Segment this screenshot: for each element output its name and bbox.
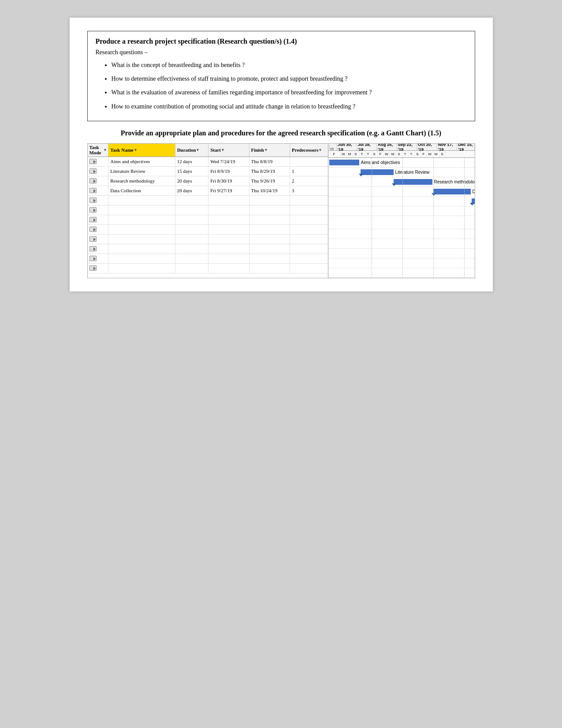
header-finish-label: Finish [251, 147, 264, 153]
cell-mode [88, 176, 109, 186]
day-cell: T [359, 151, 365, 157]
list-item: How to determine effectiveness of staff … [112, 73, 467, 84]
gantt-bar-aims [329, 160, 359, 165]
month-cell: Aug 25, '19 [377, 144, 397, 150]
day-cell: F [328, 151, 341, 157]
cell-pred: 3 [290, 186, 328, 195]
cell-start: Fri 8/30/19 [208, 176, 249, 186]
cell-fin: Thu 8/8/19 [249, 157, 290, 166]
bar-row-empty2 [328, 239, 475, 249]
list-item: What is the concept of breastfeeding and… [112, 60, 467, 71]
header-duration-label: Duration [177, 147, 196, 153]
mode-icon [89, 236, 97, 242]
bar-row-1: Aims and objectives [328, 158, 475, 168]
cell-start: Fri 8/9/19 [208, 167, 249, 176]
table-row-empty4 [88, 225, 328, 235]
mode-icon [89, 265, 97, 271]
timeline-months-row: , '19 Jun 30, '19 Jul 28, '19 Aug 25, '1… [328, 144, 475, 151]
month-cell: Jul 28, '19 [357, 144, 377, 150]
day-cell: W [341, 151, 347, 157]
research-questions-list: What is the concept of breastfeeding and… [96, 60, 467, 112]
gantt-top: Task Mode ▾ Task Name ▾ Duration ▾ Start… [88, 144, 475, 278]
cell-dur: 15 days [175, 167, 209, 176]
month-cell: Dec 15, '19 [457, 144, 474, 150]
list-item: What is the evaluation of awareness of f… [112, 87, 467, 98]
day-cell: S [415, 151, 421, 157]
bar-row-6: Conclusion and Recommendetion [328, 206, 475, 216]
cell-name: Aims and objectives [108, 157, 175, 166]
day-cell: M [390, 151, 396, 157]
section1-intro: Research questions – [96, 49, 467, 56]
name-dropdown[interactable]: ▾ [134, 148, 137, 152]
cell-fin: Thu 9/26/19 [249, 176, 290, 186]
header-duration[interactable]: Duration ▾ [175, 144, 209, 157]
mode-icon [89, 246, 97, 251]
bar-row-5: Data Analysis [328, 197, 475, 206]
header-mode[interactable]: Task Mode ▾ [88, 144, 109, 157]
bar-arrow-dataanl [470, 203, 474, 205]
day-cell: W [427, 151, 433, 157]
table-row: Aims and objectives 12 days Wed 7/24/19 … [88, 157, 328, 167]
cell-dur: 12 days [175, 157, 209, 166]
gantt-right-panel: , '19 Jun 30, '19 Jul 28, '19 Aug 25, '1… [328, 144, 475, 278]
month-cell: , '19 [328, 144, 337, 150]
mode-icon [89, 178, 97, 183]
bar-row-3: Research methodology [328, 177, 475, 187]
cell-pred: 1 [290, 167, 328, 176]
cell-fin: Thu 10/24/19 [249, 186, 290, 195]
table-row-empty8 [88, 264, 328, 273]
cell-mode [88, 186, 109, 195]
start-dropdown[interactable]: ▾ [222, 148, 224, 152]
cell-name: Data Collection [108, 186, 175, 195]
day-cell: T [409, 151, 415, 157]
month-cell: Sep 22, '19 [397, 144, 417, 150]
table-row-empty3 [88, 215, 328, 225]
dur-dropdown[interactable]: ▾ [197, 148, 199, 152]
section1-title: Produce a research project specification… [96, 37, 467, 45]
table-row-empty [88, 196, 328, 205]
mode-icon [89, 159, 97, 164]
header-name-label: Task Name [110, 147, 133, 153]
mode-icon [89, 227, 97, 232]
cell-pred [290, 157, 328, 166]
cell-name: Literature Review [108, 167, 175, 176]
day-cell: T [365, 151, 372, 157]
section1-box: Produce a research project specification… [87, 31, 475, 121]
page: Produce a research project specification… [70, 18, 493, 291]
header-name[interactable]: Task Name ▾ [108, 144, 175, 157]
table-row-empty5 [88, 235, 328, 244]
gantt-bar-litrev [361, 169, 394, 175]
cell-mode [88, 167, 109, 176]
table-row-empty2 [88, 205, 328, 215]
section2-title: Provide an appropriate plan and procedur… [87, 129, 475, 137]
table-row: Research methodology 20 days Fri 8/30/19… [88, 176, 328, 186]
gantt-bar-resmeth [394, 179, 432, 185]
day-cell: S [372, 151, 378, 157]
month-cell: Jun 30, '19 [337, 144, 357, 150]
bar-arrow-resmeth [392, 183, 396, 186]
gantt-bars-section: Aims and objectives Literature Review [328, 158, 475, 278]
day-cell: S [439, 151, 446, 157]
cell-pred: 2 [290, 176, 328, 186]
bar-row-4: Data Collection [328, 187, 475, 197]
header-mode-label: Task Mode [89, 145, 104, 155]
bar-arrow-litrev [359, 174, 363, 176]
cell-dur: 20 days [175, 186, 209, 195]
header-start[interactable]: Start ▾ [208, 144, 249, 157]
bar-row-2: Literature Review [328, 168, 475, 177]
header-start-label: Start [210, 147, 221, 153]
table-row: Literature Review 15 days Fri 8/9/19 Thu… [88, 167, 328, 176]
header-finish[interactable]: Finish ▾ [249, 144, 290, 157]
fin-dropdown[interactable]: ▾ [265, 148, 267, 152]
cell-start: Fri 9/27/19 [208, 186, 249, 195]
bar-row-empty1 [328, 229, 475, 239]
month-cell: Oct 20, '19 [417, 144, 437, 150]
list-item: How to examine contribution of promoting… [112, 101, 467, 112]
header-predecessors[interactable]: Predecessors ▾ [290, 144, 328, 157]
day-cell: S [353, 151, 359, 157]
pred-dropdown[interactable]: ▾ [319, 148, 321, 152]
cell-mode [88, 157, 109, 166]
mode-icon [89, 168, 97, 174]
mode-dropdown[interactable]: ▾ [104, 148, 106, 152]
cell-name: Research methodology [108, 176, 175, 186]
